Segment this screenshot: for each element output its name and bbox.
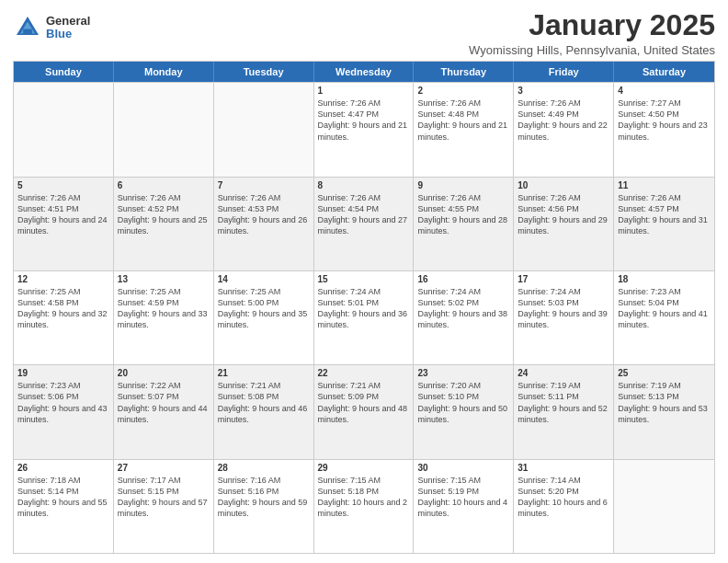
logo-blue-text: Blue — [46, 28, 90, 40]
day-number: 28 — [218, 463, 310, 473]
cell-info: Sunrise: 7:24 AM Sunset: 5:03 PM Dayligh… — [518, 286, 609, 331]
calendar-cell: 7Sunrise: 7:26 AM Sunset: 4:53 PM Daylig… — [214, 178, 314, 270]
cell-info: Sunrise: 7:24 AM Sunset: 5:02 PM Dayligh… — [417, 286, 509, 331]
calendar-cell: 23Sunrise: 7:20 AM Sunset: 5:10 PM Dayli… — [414, 365, 514, 458]
day-number: 6 — [118, 180, 210, 190]
calendar-cell: 10Sunrise: 7:26 AM Sunset: 4:56 PM Dayli… — [514, 178, 614, 270]
calendar-cell — [14, 83, 114, 176]
cell-info: Sunrise: 7:26 AM Sunset: 4:52 PM Dayligh… — [118, 192, 210, 237]
day-number: 26 — [17, 463, 109, 473]
cell-info: Sunrise: 7:21 AM Sunset: 5:09 PM Dayligh… — [318, 380, 410, 425]
calendar-header-cell: Wednesday — [314, 62, 415, 82]
cell-info: Sunrise: 7:21 AM Sunset: 5:08 PM Dayligh… — [218, 380, 310, 425]
cell-info: Sunrise: 7:22 AM Sunset: 5:07 PM Dayligh… — [118, 380, 210, 425]
cell-info: Sunrise: 7:26 AM Sunset: 4:48 PM Dayligh… — [417, 98, 509, 143]
calendar-cell: 16Sunrise: 7:24 AM Sunset: 5:02 PM Dayli… — [414, 271, 514, 364]
cell-info: Sunrise: 7:26 AM Sunset: 4:51 PM Dayligh… — [17, 192, 109, 237]
cell-info: Sunrise: 7:26 AM Sunset: 4:55 PM Dayligh… — [417, 192, 509, 237]
day-number: 23 — [417, 368, 509, 378]
calendar-cell: 5Sunrise: 7:26 AM Sunset: 4:51 PM Daylig… — [14, 178, 114, 270]
cell-info: Sunrise: 7:14 AM Sunset: 5:20 PM Dayligh… — [518, 475, 609, 520]
day-number: 3 — [518, 86, 609, 96]
calendar-header-cell: Thursday — [414, 62, 514, 82]
day-number: 15 — [318, 274, 410, 284]
header: General Blue January 2025 Wyomissing Hil… — [13, 9, 715, 57]
day-number: 7 — [218, 180, 310, 190]
day-number: 30 — [417, 463, 509, 473]
day-number: 14 — [218, 274, 310, 284]
day-number: 4 — [618, 86, 711, 96]
calendar-cell: 19Sunrise: 7:23 AM Sunset: 5:06 PM Dayli… — [14, 365, 114, 458]
location: Wyomissing Hills, Pennsylvania, United S… — [469, 43, 715, 57]
cell-info: Sunrise: 7:19 AM Sunset: 5:11 PM Dayligh… — [518, 380, 609, 425]
calendar-cell — [114, 83, 214, 176]
cell-info: Sunrise: 7:26 AM Sunset: 4:56 PM Dayligh… — [518, 192, 609, 237]
day-number: 31 — [518, 463, 609, 473]
calendar-cell: 3Sunrise: 7:26 AM Sunset: 4:49 PM Daylig… — [514, 83, 614, 176]
calendar-cell — [614, 460, 714, 553]
day-number: 5 — [17, 180, 109, 190]
calendar-header-cell: Tuesday — [214, 62, 314, 82]
title-block: January 2025 Wyomissing Hills, Pennsylva… — [469, 9, 715, 57]
cell-info: Sunrise: 7:24 AM Sunset: 5:01 PM Dayligh… — [318, 286, 410, 331]
calendar-cell: 21Sunrise: 7:21 AM Sunset: 5:08 PM Dayli… — [214, 365, 314, 458]
calendar-cell: 29Sunrise: 7:15 AM Sunset: 5:18 PM Dayli… — [314, 460, 415, 553]
calendar-cell: 14Sunrise: 7:25 AM Sunset: 5:00 PM Dayli… — [214, 271, 314, 364]
day-number: 16 — [417, 274, 509, 284]
calendar-header-cell: Monday — [114, 62, 214, 82]
calendar-cell: 6Sunrise: 7:26 AM Sunset: 4:52 PM Daylig… — [114, 178, 214, 270]
cell-info: Sunrise: 7:18 AM Sunset: 5:14 PM Dayligh… — [17, 475, 109, 520]
day-number: 27 — [118, 463, 210, 473]
calendar-cell: 20Sunrise: 7:22 AM Sunset: 5:07 PM Dayli… — [114, 365, 214, 458]
day-number: 13 — [118, 274, 210, 284]
cell-info: Sunrise: 7:26 AM Sunset: 4:54 PM Dayligh… — [318, 192, 410, 237]
calendar-week: 5Sunrise: 7:26 AM Sunset: 4:51 PM Daylig… — [14, 177, 714, 270]
cell-info: Sunrise: 7:15 AM Sunset: 5:19 PM Dayligh… — [417, 475, 509, 520]
cell-info: Sunrise: 7:23 AM Sunset: 5:06 PM Dayligh… — [17, 380, 109, 425]
calendar-cell: 8Sunrise: 7:26 AM Sunset: 4:54 PM Daylig… — [314, 178, 415, 270]
day-number: 21 — [218, 368, 310, 378]
calendar-cell: 28Sunrise: 7:16 AM Sunset: 5:16 PM Dayli… — [214, 460, 314, 553]
calendar-week: 19Sunrise: 7:23 AM Sunset: 5:06 PM Dayli… — [14, 364, 714, 458]
cell-info: Sunrise: 7:26 AM Sunset: 4:47 PM Dayligh… — [318, 98, 410, 143]
calendar-cell: 18Sunrise: 7:23 AM Sunset: 5:04 PM Dayli… — [614, 271, 714, 364]
day-number: 1 — [318, 86, 410, 96]
calendar-cell: 13Sunrise: 7:25 AM Sunset: 4:59 PM Dayli… — [114, 271, 214, 364]
cell-info: Sunrise: 7:25 AM Sunset: 5:00 PM Dayligh… — [218, 286, 310, 331]
calendar-header-cell: Sunday — [14, 62, 114, 82]
calendar-cell: 1Sunrise: 7:26 AM Sunset: 4:47 PM Daylig… — [314, 83, 415, 176]
calendar-cell: 12Sunrise: 7:25 AM Sunset: 4:58 PM Dayli… — [14, 271, 114, 364]
logo-general-text: General — [46, 15, 90, 28]
day-number: 11 — [618, 180, 711, 190]
cell-info: Sunrise: 7:19 AM Sunset: 5:13 PM Dayligh… — [618, 380, 711, 425]
day-number: 29 — [318, 463, 410, 473]
cell-info: Sunrise: 7:17 AM Sunset: 5:15 PM Dayligh… — [118, 475, 210, 520]
calendar-cell: 2Sunrise: 7:26 AM Sunset: 4:48 PM Daylig… — [414, 83, 514, 176]
day-number: 17 — [518, 274, 609, 284]
calendar-cell: 24Sunrise: 7:19 AM Sunset: 5:11 PM Dayli… — [514, 365, 614, 458]
day-number: 25 — [618, 368, 711, 378]
calendar-header-cell: Saturday — [614, 62, 714, 82]
calendar-cell: 4Sunrise: 7:27 AM Sunset: 4:50 PM Daylig… — [614, 83, 714, 176]
calendar-cell: 26Sunrise: 7:18 AM Sunset: 5:14 PM Dayli… — [14, 460, 114, 553]
day-number: 18 — [618, 274, 711, 284]
day-number: 22 — [318, 368, 410, 378]
calendar-week: 26Sunrise: 7:18 AM Sunset: 5:14 PM Dayli… — [14, 459, 714, 553]
cell-info: Sunrise: 7:26 AM Sunset: 4:57 PM Dayligh… — [618, 192, 711, 237]
calendar: SundayMondayTuesdayWednesdayThursdayFrid… — [13, 61, 715, 554]
day-number: 12 — [17, 274, 109, 284]
calendar-body: 1Sunrise: 7:26 AM Sunset: 4:47 PM Daylig… — [14, 82, 714, 553]
calendar-cell: 30Sunrise: 7:15 AM Sunset: 5:19 PM Dayli… — [414, 460, 514, 553]
calendar-week: 12Sunrise: 7:25 AM Sunset: 4:58 PM Dayli… — [14, 270, 714, 364]
calendar-cell: 9Sunrise: 7:26 AM Sunset: 4:55 PM Daylig… — [414, 178, 514, 270]
calendar-cell — [214, 83, 314, 176]
day-number: 19 — [17, 368, 109, 378]
cell-info: Sunrise: 7:26 AM Sunset: 4:49 PM Dayligh… — [518, 98, 609, 143]
cell-info: Sunrise: 7:23 AM Sunset: 5:04 PM Dayligh… — [618, 286, 711, 331]
page: General Blue January 2025 Wyomissing Hil… — [0, 0, 728, 563]
cell-info: Sunrise: 7:15 AM Sunset: 5:18 PM Dayligh… — [318, 475, 410, 520]
cell-info: Sunrise: 7:26 AM Sunset: 4:53 PM Dayligh… — [218, 192, 310, 237]
day-number: 9 — [417, 180, 509, 190]
day-number: 2 — [417, 86, 509, 96]
cell-info: Sunrise: 7:16 AM Sunset: 5:16 PM Dayligh… — [218, 475, 310, 520]
